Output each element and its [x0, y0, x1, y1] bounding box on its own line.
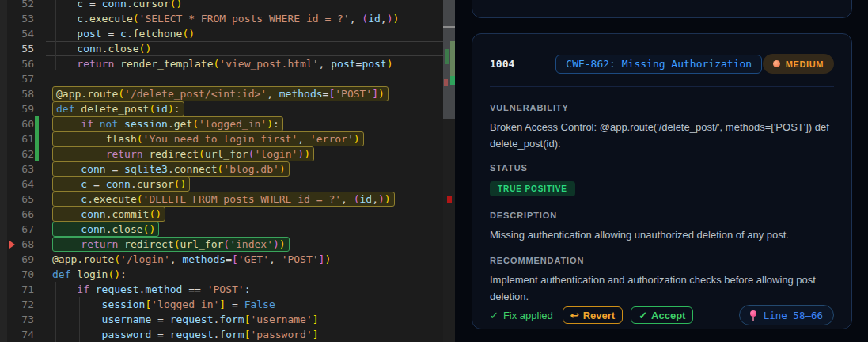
- code-line[interactable]: 74 password = request.form['password']: [0, 327, 443, 342]
- code-line[interactable]: 70def login():: [0, 267, 443, 282]
- code-line[interactable]: 67 conn.close(): [0, 222, 443, 237]
- code-line[interactable]: 59def delete_post(id):: [0, 101, 443, 116]
- gutter: [34, 282, 52, 297]
- findings-panel: 1004 CWE-862: Missing Authorization MEDI…: [455, 0, 868, 342]
- line-number: 56: [7, 56, 34, 71]
- gutter: [34, 86, 52, 101]
- line-number: 74: [7, 327, 34, 342]
- code-line[interactable]: 56 return render_template('view_post.htm…: [0, 56, 443, 71]
- severity-badge: MEDIUM: [763, 54, 834, 74]
- line-range-label: Line 58–66: [764, 310, 823, 321]
- gutter: [34, 56, 52, 71]
- revert-icon: ↩: [570, 310, 579, 321]
- finding-card: 1004 CWE-862: Missing Authorization MEDI…: [472, 33, 852, 329]
- finding-header: 1004 CWE-862: Missing Authorization MEDI…: [490, 54, 834, 74]
- vulnerability-label: VULNERABILITY: [490, 103, 834, 112]
- code-text: post = c.fetchone(): [52, 26, 195, 41]
- line-number: 59: [7, 101, 34, 116]
- vulnerability-highlight: @app.route('/delete_post/<int:id>', meth…: [52, 86, 389, 101]
- code-text: def login():: [52, 267, 127, 282]
- cwe-badge[interactable]: CWE-862: Missing Authorization: [555, 55, 762, 74]
- gutter: [34, 177, 52, 192]
- line-number: 58: [7, 86, 34, 101]
- vulnerability-highlight: def delete_post(id):: [52, 101, 184, 116]
- gutter-added-marker: [34, 146, 52, 162]
- line-number: 65: [7, 192, 34, 207]
- code-line[interactable]: 73 username = request.form['username']: [0, 312, 443, 327]
- code-line[interactable]: 58@app.route('/delete_post/<int:id>', me…: [0, 86, 443, 101]
- gutter: [34, 237, 52, 252]
- code-text: c = conn.cursor(): [52, 0, 182, 11]
- scrollbar-annotation: [444, 79, 448, 86]
- code-line[interactable]: 54 post = c.fetchone(): [0, 26, 443, 41]
- code-text: return redirect(url_for('index')): [52, 237, 290, 252]
- gutter-added-marker: [34, 131, 52, 146]
- severity-label: MEDIUM: [786, 59, 824, 69]
- recommendation-label: RECOMMENDATION: [490, 256, 834, 265]
- code-text: session['logged_in'] = False: [52, 297, 275, 312]
- gutter: [34, 11, 52, 26]
- line-number: 67: [7, 222, 34, 237]
- description-label: DESCRIPTION: [490, 211, 834, 220]
- code-text: @app.route('/login', methods=['GET', 'PO…: [52, 252, 331, 267]
- code-line[interactable]: 60 if not session.get('logged_in'):: [0, 116, 443, 131]
- code-line[interactable]: 65 c.execute('DELETE FROM posts WHERE id…: [0, 192, 443, 207]
- code-text: conn.commit(): [52, 207, 165, 222]
- code-line[interactable]: 63 conn = sqlite3.connect('blog.db'): [0, 162, 443, 177]
- code-editor: 52 c = conn.cursor()53 c.execute('SELECT…: [0, 0, 455, 342]
- code-line[interactable]: 62 return redirect(url_for('login')): [0, 146, 443, 162]
- code-text: return redirect(url_for('login')): [52, 146, 314, 162]
- vulnerability-highlight: conn.commit(): [52, 207, 165, 222]
- code-text: conn.close(): [52, 41, 151, 56]
- line-number: 61: [7, 131, 34, 146]
- code-line[interactable]: 57: [0, 71, 443, 86]
- code-line[interactable]: 68 return redirect(url_for('index')): [0, 237, 443, 252]
- vulnerability-highlight: return redirect(url_for('login')): [52, 146, 314, 162]
- code-text: def delete_post(id):: [52, 101, 184, 116]
- card-divider: [490, 86, 834, 87]
- code-line[interactable]: 66 conn.commit(): [0, 207, 443, 222]
- accept-button[interactable]: ✓ Accept: [631, 306, 693, 324]
- code-text: flash('You need to login first', 'error'…: [52, 131, 364, 146]
- line-range-pill[interactable]: Line 58–66: [739, 305, 834, 325]
- accept-check-icon: ✓: [639, 310, 647, 321]
- code-text: if request.method == 'POST':: [52, 282, 251, 297]
- scrollbar-annotation: [443, 26, 455, 28]
- code-line[interactable]: 69@app.route('/login', methods=['GET', '…: [0, 252, 443, 267]
- gutter: [34, 41, 52, 56]
- code-line[interactable]: 61 flash('You need to login first', 'err…: [0, 131, 443, 146]
- code-line[interactable]: 52 c = conn.cursor(): [0, 0, 443, 11]
- code-text: if not session.get('logged_in'):: [52, 116, 283, 131]
- editor-scrollbar[interactable]: [443, 0, 455, 342]
- line-number: 71: [7, 282, 34, 297]
- code-line[interactable]: 64 c = conn.cursor(): [0, 177, 443, 192]
- line-number: 57: [7, 71, 34, 86]
- line-number: 69: [7, 252, 34, 267]
- gutter-added-marker: [34, 116, 52, 131]
- vulnerability-highlight: if not session.get('logged_in'):: [52, 116, 283, 131]
- indent-guide: [55, 0, 56, 70]
- revert-button[interactable]: ↩ Revert: [563, 306, 623, 324]
- code-line[interactable]: 55 conn.close(): [0, 41, 443, 56]
- gutter: [34, 252, 52, 267]
- line-number: 66: [7, 207, 34, 222]
- code-line[interactable]: 71 if request.method == 'POST':: [0, 282, 443, 297]
- gutter: [34, 312, 52, 327]
- scrollbar-annotation: [445, 49, 449, 64]
- line-number: 52: [7, 0, 34, 11]
- deleted-lines-marker-icon[interactable]: [9, 241, 15, 249]
- code-text: c.execute('DELETE FROM posts WHERE id = …: [52, 192, 395, 207]
- line-number: 73: [7, 312, 34, 327]
- description-text: Missing authentication allowing unauthor…: [490, 226, 834, 243]
- code-line[interactable]: 53 c.execute('SELECT * FROM posts WHERE …: [0, 11, 443, 26]
- previous-finding-card[interactable]: [472, 0, 852, 18]
- recommendation-text: Implement authentication and authorizati…: [490, 272, 834, 305]
- finding-footer: ✓ Fix applied ↩ Revert ✓ Accept Line 58–…: [490, 305, 834, 325]
- line-number: 53: [7, 11, 34, 26]
- line-number: 64: [7, 177, 34, 192]
- gutter: [34, 267, 52, 282]
- line-number: 70: [7, 267, 34, 282]
- gutter: [34, 327, 52, 342]
- code-line[interactable]: 72 session['logged_in'] = False: [0, 297, 443, 312]
- code-text: return render_template('view_post.html',…: [52, 56, 393, 71]
